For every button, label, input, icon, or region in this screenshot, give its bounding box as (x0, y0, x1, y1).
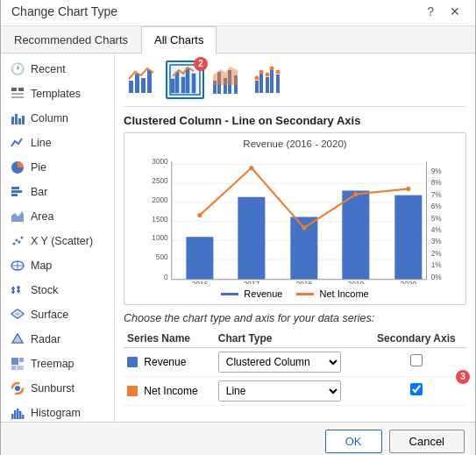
svg-text:0%: 0% (431, 273, 443, 281)
svg-point-75 (259, 69, 264, 74)
sidebar-item-label: Treemap (31, 358, 75, 370)
svg-text:3000: 3000 (152, 158, 168, 166)
sidebar-item-templates[interactable]: Templates (1, 82, 114, 106)
sidebar-item-xy[interactable]: X Y (Scatter) (1, 229, 114, 253)
svg-rect-107 (394, 195, 422, 279)
sidebar-item-surface[interactable]: Surface (1, 302, 114, 327)
svg-text:6%: 6% (431, 203, 443, 210)
svg-rect-59 (181, 77, 185, 93)
svg-rect-39 (19, 411, 22, 419)
tab-all-charts[interactable]: All Charts (141, 26, 217, 53)
sidebar-item-recent[interactable]: 🕐 Recent (1, 57, 114, 82)
sidebar-item-stock[interactable]: Stock (1, 278, 114, 302)
chart-preview-title: Revenue (2016 - 2020) (130, 139, 460, 149)
legend-net-income: Net Income (296, 288, 368, 299)
radar-icon (10, 331, 25, 347)
cancel-button[interactable]: Cancel (389, 430, 465, 453)
chart-icon-2[interactable]: 2 (166, 60, 204, 99)
svg-point-16 (21, 236, 24, 238)
svg-point-13 (13, 242, 16, 245)
histogram-icon (10, 405, 25, 421)
close-button[interactable]: ✕ (445, 3, 465, 20)
svg-text:1000: 1000 (152, 234, 168, 242)
chart-svg: 0 500 1000 1500 2000 2500 3000 0% 1% 2% … (130, 153, 460, 284)
svg-rect-73 (276, 75, 280, 93)
svg-point-113 (197, 212, 202, 217)
netincome-chart-type-select[interactable]: Clustered Column Line Bar Area (218, 380, 341, 402)
svg-text:2016: 2016 (192, 281, 209, 284)
svg-rect-5 (15, 114, 18, 124)
svg-text:3%: 3% (431, 238, 443, 245)
stock-icon (10, 282, 25, 298)
netincome-badge: 3 (456, 370, 470, 384)
svg-rect-103 (186, 237, 213, 280)
sidebar: 🕐 Recent Templates Column Line (1, 53, 115, 422)
help-button[interactable]: ? (423, 3, 438, 20)
svg-rect-61 (192, 74, 195, 93)
svg-rect-104 (238, 196, 265, 279)
svg-rect-38 (17, 409, 19, 419)
svg-text:2019: 2019 (348, 281, 365, 284)
title-bar: Change Chart Type ? ✕ (1, 0, 475, 26)
revenue-secondary-checkbox[interactable] (410, 354, 423, 366)
svg-text:2020: 2020 (401, 281, 417, 284)
sidebar-item-label: Bar (31, 186, 47, 198)
svg-text:8%: 8% (431, 179, 443, 187)
pie-icon (10, 160, 25, 175)
svg-marker-27 (14, 312, 21, 316)
chart-icons-row: 2 (124, 60, 466, 107)
svg-rect-10 (11, 190, 22, 193)
ok-button[interactable]: OK (325, 430, 382, 453)
svg-rect-36 (11, 414, 14, 419)
sidebar-item-pie[interactable]: Pie (1, 155, 114, 180)
svg-rect-55 (141, 78, 146, 93)
series-revenue-charttype[interactable]: Clustered Column Line Bar Area (215, 347, 366, 376)
sidebar-item-label: Stock (31, 284, 58, 296)
sidebar-item-sunburst[interactable]: Sunburst (1, 376, 114, 401)
tab-recommended[interactable]: Recommended Charts (1, 26, 141, 53)
sidebar-item-histogram[interactable]: Histogram (1, 401, 114, 422)
netincome-secondary-checkbox[interactable] (410, 383, 423, 395)
chart-icon-3[interactable] (208, 60, 246, 99)
svg-point-77 (270, 66, 274, 70)
revenue-chart-type-select[interactable]: Clustered Column Line Bar Area (218, 352, 341, 373)
main-content: 2 (115, 53, 475, 422)
sidebar-item-radar[interactable]: Radar (1, 327, 114, 352)
col-series-name: Series Name (124, 330, 215, 348)
svg-point-116 (353, 192, 358, 196)
sidebar-item-label: Recent (31, 63, 66, 75)
series-instruction: Choose the chart type and axis for your … (124, 312, 466, 324)
svg-text:9%: 9% (431, 167, 443, 174)
chart-icon-1[interactable] (124, 60, 162, 99)
svg-rect-56 (147, 70, 152, 93)
series-netincome-charttype[interactable]: Clustered Column Line Bar Area (215, 376, 366, 405)
svg-text:4%: 4% (431, 226, 443, 234)
chart-icon-4[interactable] (250, 60, 288, 99)
netincome-swatch (127, 386, 138, 396)
svg-rect-72 (270, 70, 274, 93)
icon2-badge: 2 (194, 57, 208, 71)
tabs-row: Recommended Charts All Charts (1, 26, 475, 53)
svg-text:2%: 2% (431, 249, 443, 257)
svg-rect-9 (11, 187, 19, 189)
svg-text:1500: 1500 (152, 215, 168, 223)
svg-rect-33 (17, 366, 24, 370)
sidebar-item-map[interactable]: Map (1, 253, 114, 278)
svg-rect-53 (129, 81, 133, 93)
svg-rect-4 (11, 117, 14, 124)
sidebar-item-label: Area (31, 210, 53, 223)
svg-text:5%: 5% (431, 214, 443, 222)
svg-point-117 (406, 186, 410, 190)
svg-rect-69 (255, 81, 259, 93)
sidebar-item-line[interactable]: Line (1, 131, 114, 155)
svg-point-115 (302, 225, 306, 230)
sidebar-item-column[interactable]: Column (1, 106, 114, 131)
sidebar-item-bar[interactable]: Bar (1, 180, 114, 204)
sidebar-item-treemap[interactable]: Treemap (1, 352, 114, 376)
sidebar-item-label: Histogram (31, 407, 81, 419)
sidebar-item-area[interactable]: Area (1, 204, 114, 229)
xy-icon (10, 233, 25, 249)
sidebar-item-label: Radar (31, 333, 60, 345)
svg-rect-57 (171, 79, 174, 93)
sidebar-item-label: Column (31, 112, 68, 124)
